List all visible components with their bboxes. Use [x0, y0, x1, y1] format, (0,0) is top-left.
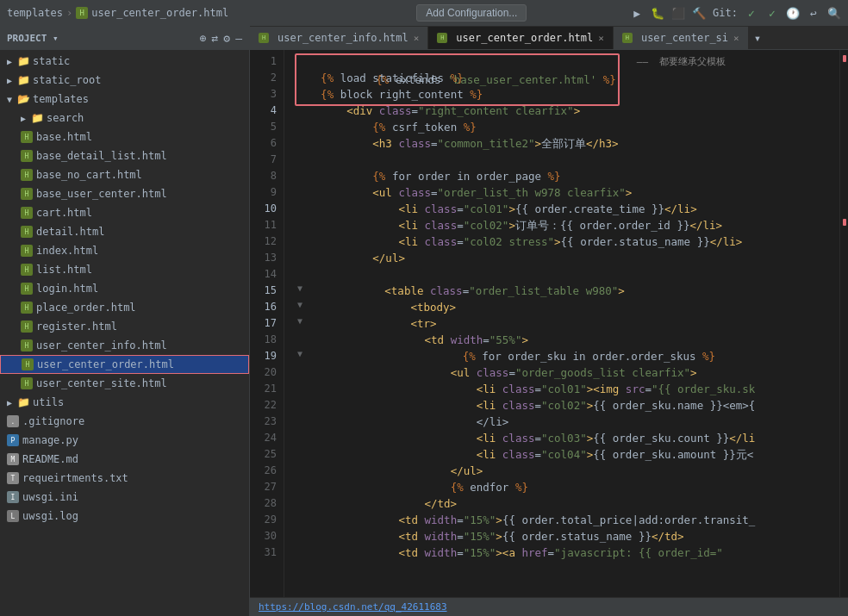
gutter-mark-empty-2 — [840, 83, 848, 99]
sidebar-item-gitignore[interactable]: . .gitignore — [0, 412, 249, 431]
code-line-29: <td width="15%">{{ order.total_price|add… — [295, 512, 839, 528]
run-icon[interactable]: ▶ — [630, 6, 644, 20]
sidebar-item-user-center-order[interactable]: H user_center_order.html — [0, 355, 249, 374]
sidebar-item-manage-py[interactable]: P manage.py — [0, 431, 249, 450]
sidebar-item-utils[interactable]: ▶ 📁 utils — [0, 393, 249, 412]
sidebar-item-templates[interactable]: ▼ 📂 templates — [0, 90, 249, 109]
gutter-mark-empty-8 — [840, 181, 848, 197]
breadcrumb-area: templates › H user_center_order.html — [7, 7, 314, 19]
editor-content: 1 2 3 4 5 6 7 8 9 10 11 12 13 14 15 16 1… — [250, 50, 848, 597]
tabs-overflow-button[interactable]: ▾ — [749, 27, 766, 49]
code-line-12: <li class="col02 stress">{{ order.status… — [295, 233, 839, 250]
file-icon-requirements: T — [7, 472, 19, 484]
code-line-13: </ul> — [295, 250, 839, 266]
sidebar-item-base-no-cart[interactable]: H base_no_cart.html — [0, 165, 249, 184]
sidebar-item-base-detail-list[interactable]: H base_detail_list.html — [0, 146, 249, 165]
sidebar-label-user-center-order: user_center_order.html — [37, 358, 174, 370]
line-num-14: 14 — [250, 266, 277, 283]
fold-icon-19[interactable]: ▼ — [295, 348, 305, 358]
sidebar-label-search: search — [47, 112, 84, 124]
line-num-22: 22 — [250, 397, 277, 414]
line-num-12: 12 — [250, 233, 277, 250]
line-num-31: 31 — [250, 544, 277, 561]
git-check2-icon[interactable]: ✓ — [765, 6, 779, 20]
folder-arrow-static-root: ▶ — [7, 76, 16, 85]
sidebar-item-requirements[interactable]: T requeirtments.txt — [0, 469, 249, 488]
gutter-mark-empty-12 — [840, 263, 848, 279]
sidebar-item-uwsgi-log[interactable]: L uwsgi.log — [0, 507, 249, 526]
status-url[interactable]: https://blog.csdn.net/qq_42611683 — [259, 601, 447, 613]
sidebar-item-user-center-info[interactable]: H user_center_info.html — [0, 336, 249, 355]
stop-icon[interactable]: ⬛ — [671, 6, 685, 20]
line-num-3: 3 — [250, 86, 277, 103]
sidebar-item-static-root[interactable]: ▶ 📁 static_root — [0, 71, 249, 90]
code-line-6: <h3 class="common_title2">全部订单</h3> — [295, 135, 839, 152]
sidebar-item-static[interactable]: ▶ 📁 static — [0, 52, 249, 71]
sidebar-item-place-order[interactable]: H place_order.html — [0, 298, 249, 317]
code-line-7 — [295, 152, 839, 168]
code-line-10: <li class="col01">{{ order.create_time }… — [295, 201, 839, 217]
fold-icon-15[interactable]: ▼ — [295, 283, 305, 293]
code-line-24: <li class="col03">{{ order_sku.count }}<… — [295, 430, 839, 446]
gutter-mark-empty-14 — [840, 296, 848, 312]
line-num-21: 21 — [250, 381, 277, 397]
line-num-28: 28 — [250, 495, 277, 512]
sidebar-item-cart[interactable]: H cart.html — [0, 203, 249, 222]
sidebar-item-search[interactable]: ▶ 📁 search — [0, 109, 249, 128]
gutter-mark-empty-9 — [840, 197, 848, 214]
sidebar-item-register[interactable]: H register.html — [0, 317, 249, 336]
sidebar-label-login: login.html — [36, 283, 98, 295]
sidebar-item-detail[interactable]: H detail.html — [0, 222, 249, 241]
build-icon[interactable]: 🔨 — [692, 6, 706, 20]
sidebar-label-manage-py: manage.py — [22, 434, 78, 446]
folder-icon-static-root: 📁 — [17, 74, 29, 86]
git-check-icon[interactable]: ✓ — [745, 6, 758, 20]
sidebar-item-uwsgi-ini[interactable]: I uwsgi.ini — [0, 488, 249, 507]
search-icon[interactable]: 🔍 — [827, 6, 841, 20]
tab-user-center-info[interactable]: H user_center_info.html × — [250, 27, 428, 49]
fold-icon-16[interactable]: ▼ — [295, 299, 305, 309]
gutter-mark-empty-11 — [840, 246, 848, 263]
sidebar-collapse-icon[interactable]: — — [235, 32, 242, 45]
line-num-27: 27 — [250, 479, 277, 495]
sidebar-label-list: list.html — [36, 264, 92, 276]
code-editor[interactable]: {% extends 'base_user_center.html' %} ——… — [284, 50, 839, 597]
git-rollback-icon[interactable]: ↩ — [807, 6, 820, 20]
sidebar-sync-icon[interactable]: ⇄ — [212, 32, 219, 45]
sidebar-item-base-user-center[interactable]: H base_user_center.html — [0, 184, 249, 203]
annotation-1: —— 都要继承父模板 — [637, 53, 726, 70]
code-line-17: ▼ <tr> — [295, 315, 839, 332]
file-icon-uwsgi-ini: I — [7, 491, 19, 503]
line-num-8: 8 — [250, 168, 277, 184]
sidebar-item-list[interactable]: H list.html — [0, 260, 249, 279]
sidebar-settings-icon[interactable]: ⚙ — [223, 32, 230, 45]
status-bar: https://blog.csdn.net/qq_42611683 — [250, 597, 848, 616]
code-line-15: ▼ <table class="order_list_table w980"> — [295, 283, 839, 299]
sidebar-item-readme[interactable]: M README.md — [0, 450, 249, 469]
tab-user-center-order[interactable]: H user_center_order.html × — [428, 27, 614, 49]
gutter-mark-1 — [840, 50, 848, 66]
sidebar-item-base-html[interactable]: H base.html — [0, 128, 249, 146]
sidebar-label-uwsgi-ini: uwsgi.ini — [22, 491, 78, 503]
tab-user-center-si[interactable]: H user_center_si × — [614, 27, 749, 49]
file-icon-user-center-info: H — [21, 339, 33, 352]
add-config-button[interactable]: Add Configuration... — [416, 4, 527, 22]
sidebar-item-user-center-site[interactable]: H user_center_site.html — [0, 374, 249, 393]
file-icon-place-order: H — [21, 302, 33, 314]
gutter-mark-empty-5 — [840, 132, 848, 148]
code-line-26: </ul> — [295, 463, 839, 479]
tab-close-user-center-si[interactable]: × — [733, 33, 739, 44]
sidebar-item-login[interactable]: H login.html — [0, 279, 249, 298]
sidebar-item-index[interactable]: H index.html — [0, 241, 249, 260]
file-icon-user-center-order: H — [22, 358, 34, 370]
fold-icon-17[interactable]: ▼ — [295, 315, 305, 326]
breadcrumb-templates: templates — [7, 7, 63, 19]
debug-icon[interactable]: 🐛 — [651, 6, 664, 20]
sidebar-add-icon[interactable]: ⊕ — [200, 32, 207, 45]
tab-close-user-center-order[interactable]: × — [598, 33, 604, 44]
line-num-24: 24 — [250, 430, 277, 446]
git-history-icon[interactable]: 🕐 — [786, 6, 800, 20]
line-num-29: 29 — [250, 512, 277, 528]
sidebar-tree[interactable]: ▶ 📁 static ▶ 📁 static_root ▼ 📂 templates… — [0, 50, 249, 616]
tab-close-user-center-info[interactable]: × — [414, 33, 420, 44]
